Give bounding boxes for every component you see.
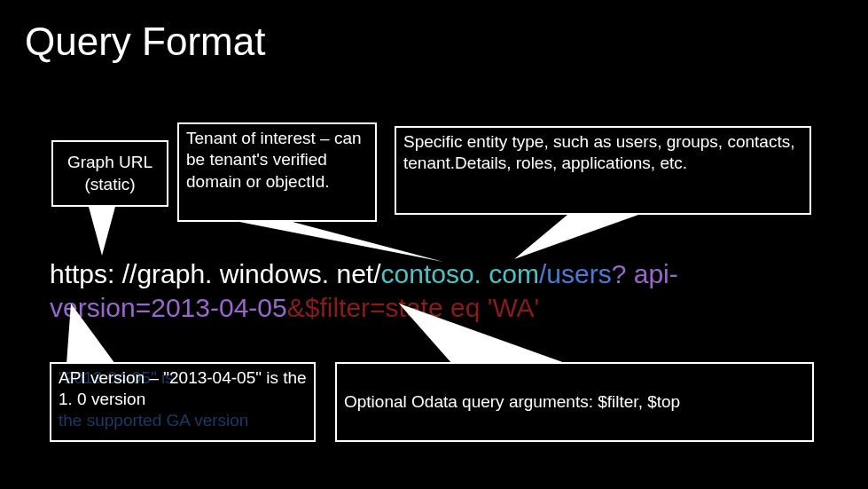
callout-odata-text: Optional Odata query arguments: $filter,… <box>344 391 680 413</box>
url-example: https: //graph. windows. net/contoso. co… <box>50 257 830 324</box>
slide-title: Query Format <box>25 20 265 64</box>
callout-api-version: "2013-04-05" is the supported GA version… <box>50 362 316 442</box>
url-apiversion-key: ? api- <box>612 259 678 288</box>
callout-graph-url-line1: Graph URL <box>60 152 160 173</box>
svg-marker-1 <box>239 222 443 262</box>
svg-marker-0 <box>89 207 115 256</box>
callout-entity: Specific entity type, such as users, gro… <box>395 126 811 215</box>
connector-entity <box>514 215 656 264</box>
svg-marker-2 <box>514 215 638 259</box>
callout-odata: Optional Odata query arguments: $filter,… <box>335 362 814 442</box>
callout-tenant-text: Tenant of interest – can be tenant's ver… <box>186 129 362 191</box>
callout-tenant: Tenant of interest – can be tenant's ver… <box>177 122 377 222</box>
callout-graph-url: Graph URL (static) <box>51 140 168 207</box>
callout-api-ghost2: the supported GA version <box>59 410 248 431</box>
url-tenant: contoso. com <box>381 259 539 288</box>
url-base: https: //graph. windows. net/ <box>50 259 381 288</box>
url-apiversion-val: version=2013-04-05 <box>50 293 287 322</box>
connector-graph <box>89 207 124 260</box>
callout-graph-url-line2: (static) <box>60 174 160 195</box>
callout-entity-text: Specific entity type, such as users, gro… <box>403 132 794 172</box>
url-entity: users <box>546 259 611 288</box>
url-filter: &$filter=state eq 'WA' <box>287 293 540 322</box>
